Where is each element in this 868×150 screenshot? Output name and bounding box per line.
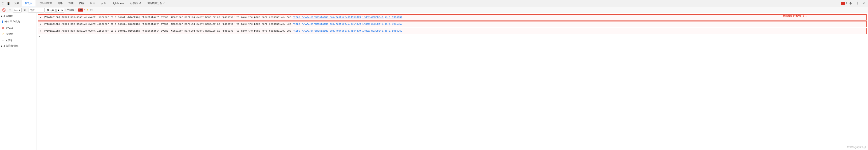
more-button[interactable]: ⋮ [855, 1, 860, 6]
settings-button[interactable]: ⚙ [848, 1, 854, 6]
filter-toggle-button[interactable]: ⊟ [7, 7, 13, 13]
tab-console[interactable]: 控制台 [22, 0, 35, 7]
issues-label: 3 [845, 2, 847, 5]
tab-lighthouse[interactable]: Lighthouse [109, 0, 127, 7]
context-dropdown-icon: ▼ [18, 9, 21, 11]
sidebar-item-no-info[interactable]: ○ 无信息 [0, 37, 36, 43]
violation-item-3: ▶ [Violation] Added non-passive event li… [38, 28, 867, 34]
sidebar-detail-messages-label: 3 条详细消息 [3, 44, 19, 48]
issues-count-area: 3 个问题： 🏴 1 2 [65, 8, 88, 12]
sidebar-item-detail-messages[interactable]: ▶ 3 条详细消息 [0, 43, 36, 49]
content-area: 解决以下警告 ↓ ↓ ▶ [Violation] Added non-passi… [36, 13, 868, 150]
tab-memory[interactable]: 内存 [76, 0, 87, 7]
violation-prefix-3: [Violation] [44, 29, 60, 32]
tab-elements[interactable]: 元素 [11, 0, 22, 7]
violation-link1-2[interactable]: https://www.chromestatus.com/feature/574… [293, 23, 361, 25]
warn-number: 2 [87, 9, 88, 11]
device-icon: 📱 [7, 2, 10, 5]
sidebar-item-all-messages[interactable]: ▶ 3 条消息 [0, 13, 36, 19]
issues-area: 1 3 [841, 2, 847, 5]
inspect-icon: ⬚ [1, 2, 4, 5]
tab-security[interactable]: 安全 [98, 0, 109, 7]
violation-link1-1[interactable]: https://www.chromestatus.com/feature/574… [293, 16, 361, 19]
violation-prefix-2: [Violation] [44, 23, 60, 25]
level-select[interactable]: 默认级别▼ [45, 8, 64, 12]
right-toolbar: 1 3 ⚙ ⋮ ✕ [841, 1, 868, 6]
eye-button[interactable]: 👁 [22, 7, 28, 13]
sidebar-no-user-messages-label: 没有用户消息 [4, 20, 20, 24]
messages-container: ▶ [Violation] Added non-passive event li… [36, 13, 868, 150]
error-icon: ⊗ [2, 26, 4, 29]
tab-performance[interactable]: 性能 [66, 0, 76, 7]
filter-input[interactable] [29, 9, 43, 11]
tab-sources[interactable]: 代码库/来源 [35, 0, 55, 7]
warning-icon: ⚠ [2, 32, 4, 35]
expand-violation-2[interactable]: ▶ [40, 23, 41, 25]
clear-console-button[interactable]: 🚫 [1, 7, 7, 13]
err-number: 1 [84, 9, 86, 11]
tabs-container: 元素 控制台 代码库/来源 网络 性能 内存 应用 安全 Lighthouse … [11, 0, 168, 7]
violation-text-3: [Violation] Added non-passive event list… [44, 29, 402, 32]
no-info-icon: ○ [2, 39, 3, 42]
tab-recorder[interactable]: 记录器 ⊿ [127, 0, 144, 7]
sidebar-no-warnings-label: 无警告 [6, 32, 13, 36]
watermark: CSDN @码农说说 [847, 146, 866, 149]
violation-link2-2[interactable]: index-d0388c48.js:1 5965952 [362, 23, 402, 25]
tab-application[interactable]: 应用 [87, 0, 98, 7]
console-settings-button[interactable]: ⚙ [89, 7, 94, 13]
expand-all-messages-icon: ▶ [1, 15, 3, 17]
console-toolbar: 🚫 ⊟ top ▼ 👁 默认级别▼ 3 个问题： 🏴 1 2 ⚙ [0, 7, 868, 13]
tab-perf-insights[interactable]: 性能数据分析 ⊿ [144, 0, 168, 7]
err-badge: 🏴 [78, 8, 83, 11]
info-icon: ℹ [2, 20, 3, 23]
context-selector[interactable]: top ▼ [13, 8, 22, 12]
violation-msg-3: Added non-passive event listener to a sc… [62, 29, 293, 32]
violation-text-2: [Violation] Added non-passive event list… [44, 23, 402, 25]
close-button[interactable]: ✕ [861, 1, 867, 6]
expand-violation-3[interactable]: ▶ [40, 30, 41, 32]
violation-link1-3[interactable]: https://www.chromestatus.com/feature/574… [293, 29, 361, 32]
inspect-element-button[interactable]: ⬚ [0, 1, 6, 6]
sidebar-no-errors-label: 无错误 [6, 26, 13, 30]
expand-detail-icon: ▶ [1, 45, 3, 47]
sidebar-item-no-warnings[interactable]: ⚠ 无警告 [0, 31, 36, 37]
tab-bar: ⬚ 📱 元素 控制台 代码库/来源 网络 性能 内存 应用 安全 Lightho… [0, 0, 868, 7]
context-value: top [14, 9, 18, 11]
violation-prefix-1: [Violation] [44, 16, 60, 19]
filter-wrap [28, 8, 45, 12]
violation-item-2: ▶ [Violation] Added non-passive event li… [38, 21, 867, 27]
violation-text-1: [Violation] Added non-passive event list… [44, 16, 402, 19]
sidebar-item-no-user-messages[interactable]: ℹ 没有用户消息 [0, 19, 36, 25]
violation-item-1: ▶ [Violation] Added non-passive event li… [38, 15, 867, 21]
tab-network[interactable]: 网络 [55, 0, 66, 7]
violation-link2-3[interactable]: index-d0388c48.js:1 5965952 [362, 29, 402, 32]
issues-flag-badge: 1 [841, 2, 845, 5]
sidebar-no-info-label: 无信息 [5, 39, 13, 42]
violation-link2-1[interactable]: index-d0388c48.js:1 5965952 [362, 16, 402, 19]
cursor-prompt: > [38, 35, 40, 38]
violation-msg-2: Added non-passive event listener to a sc… [62, 23, 293, 25]
sidebar-item-no-errors[interactable]: ⊗ 无错误 [0, 25, 36, 31]
expand-violation-1[interactable]: ▶ [40, 16, 41, 19]
sidebar-all-messages-label: 3 条消息 [3, 14, 13, 18]
issues-count-label: 3 个问题： [65, 8, 77, 12]
device-toolbar-button[interactable]: 📱 [6, 1, 11, 6]
sidebar: ▶ 3 条消息 ℹ 没有用户消息 ⊗ 无错误 ⚠ 无警告 ○ 无信息 ▶ 3 条… [0, 13, 36, 150]
violation-msg-1: Added non-passive event listener to a sc… [62, 16, 293, 19]
main-layout: ▶ 3 条消息 ℹ 没有用户消息 ⊗ 无错误 ⚠ 无警告 ○ 无信息 ▶ 3 条… [0, 13, 868, 150]
cursor-line[interactable]: > ​ [36, 35, 868, 39]
